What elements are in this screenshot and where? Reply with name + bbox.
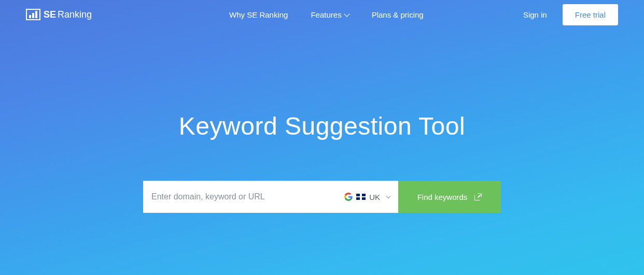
header-right: Sign in Free trial	[523, 4, 618, 25]
external-link-icon	[474, 193, 482, 200]
nav-why[interactable]: Why SE Ranking	[229, 10, 288, 19]
search-input-wrap: UK	[143, 181, 398, 213]
page-title: Keyword Suggestion Tool	[0, 112, 644, 140]
uk-flag-icon	[356, 194, 366, 200]
chevron-down-icon	[344, 11, 349, 17]
nav-plans[interactable]: Plans & pricing	[372, 10, 424, 19]
search-input[interactable]	[151, 192, 338, 201]
chevron-down-icon	[386, 194, 390, 198]
main-nav: Why SE Ranking Features Plans & pricing	[229, 10, 424, 19]
region-selector[interactable]: UK	[338, 193, 390, 201]
free-trial-button[interactable]: Free trial	[563, 4, 618, 25]
region-label: UK	[369, 193, 380, 201]
brand-suffix: Ranking	[58, 9, 92, 20]
nav-features-label: Features	[311, 10, 341, 19]
nav-features[interactable]: Features	[311, 10, 348, 19]
nav-why-label: Why SE Ranking	[229, 10, 288, 19]
signin-link[interactable]: Sign in	[523, 10, 547, 19]
nav-plans-label: Plans & pricing	[372, 10, 424, 19]
find-button-label: Find keywords	[417, 193, 468, 201]
header: SE Ranking Why SE Ranking Features Plans…	[0, 0, 644, 29]
google-icon	[344, 193, 353, 201]
search-bar: UK Find keywords	[143, 181, 501, 213]
bar-chart-icon	[26, 9, 40, 20]
find-keywords-button[interactable]: Find keywords	[398, 181, 501, 213]
brand-logo[interactable]: SE Ranking	[26, 9, 92, 20]
brand-prefix: SE	[44, 9, 56, 20]
